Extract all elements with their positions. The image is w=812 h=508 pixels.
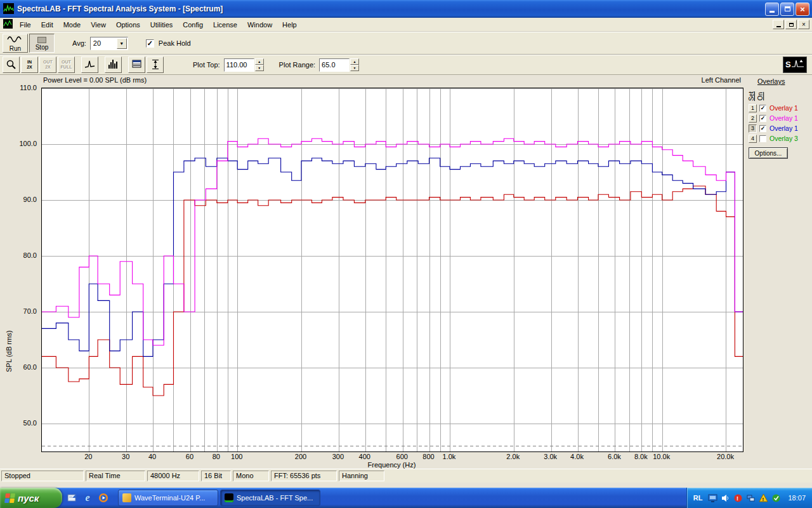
status-samplerate: 48000 Hz [147, 471, 199, 481]
chevron-down-icon[interactable]: ▼ [117, 38, 127, 49]
menu-help[interactable]: Help [277, 21, 302, 29]
y-tick-label: 90.0 [0, 196, 37, 203]
zoom-in-2x-button[interactable]: IN 2X [21, 57, 38, 73]
overlay-set-button-1[interactable]: 1 [749, 104, 757, 112]
menu-license[interactable]: License [208, 21, 242, 29]
quicklaunch-player-icon[interactable] [98, 492, 109, 504]
y-axis-labels: 110.0100.090.080.070.060.050.0 [0, 75, 39, 469]
task-label: WaveTerminal-U24 P... [134, 494, 205, 502]
mdi-minimize-button[interactable] [773, 20, 784, 29]
y-tick-label: 80.0 [0, 251, 37, 259]
x-tick-label: 4.0k [561, 453, 593, 460]
overlay-set-button-4[interactable]: 4 [749, 135, 757, 143]
menu-utilities[interactable]: Utilities [145, 21, 178, 29]
menu-window[interactable]: Window [242, 21, 277, 29]
start-label: пуск [18, 493, 39, 504]
peak-curve-icon [84, 59, 96, 71]
power-level-readout: Power Level = 0.00 SPL (dB rms) [43, 76, 147, 84]
spin-down-icon[interactable]: ▼ [255, 65, 264, 71]
taskbar-task-2[interactable]: SpectraLAB - FFT Spe... [220, 490, 320, 506]
overlay-row: 1✓Overlay 1 [749, 103, 798, 113]
overlay-on-checkbox-3[interactable]: ✓ [759, 125, 766, 132]
menu-bar: FileEditModeViewOptionsUtilitiesConfigLi… [0, 18, 812, 32]
menu-config[interactable]: Config [178, 21, 208, 29]
tray-icon-display[interactable] [708, 493, 717, 503]
data-window-icon [132, 60, 142, 70]
task-label: SpectraLAB - FFT Spe... [237, 494, 313, 502]
start-button[interactable]: пуск [0, 488, 62, 508]
on-column-label: On [757, 92, 764, 100]
status-fft: FFT: 65536 pts [271, 471, 337, 481]
y-tick-label: 60.0 [0, 363, 37, 371]
tray-icon-security[interactable]: ! [733, 493, 743, 503]
overlay-on-checkbox-4[interactable] [759, 135, 766, 142]
overlay-set-button-3[interactable]: 3 [749, 124, 757, 133]
taskbar-task-1[interactable]: WaveTerminal-U24 P... [118, 490, 218, 506]
bar-display-button[interactable] [105, 57, 122, 73]
overlays-title: Overlays [757, 77, 812, 85]
run-button[interactable]: Run [3, 34, 28, 53]
zoom-tool-button[interactable] [3, 57, 20, 73]
spin-down-icon[interactable]: ▼ [350, 65, 359, 71]
stop-icon [37, 37, 46, 43]
plot-top-label: Plot Top: [193, 61, 220, 69]
menu-file[interactable]: File [15, 21, 36, 29]
overlay-label: Overlay 1 [769, 114, 798, 122]
zoom-out-full-button[interactable]: OUT FULL [58, 57, 75, 73]
x-tick-label: 400 [349, 453, 381, 460]
overlay-label: Overlay 1 [769, 124, 798, 132]
vertical-scale-button[interactable] [147, 57, 164, 73]
spectrum-trace [42, 186, 743, 396]
spectrum-plot[interactable] [41, 88, 743, 452]
language-indicator[interactable]: RL [693, 494, 703, 502]
overlay-on-checkbox-1[interactable]: ✓ [759, 105, 766, 112]
overlay-row: 3✓Overlay 1 [749, 123, 798, 133]
channel-label: Left Channel [702, 76, 741, 84]
status-channels: Mono [233, 471, 269, 481]
menu-view[interactable]: View [86, 21, 111, 29]
menu-options[interactable]: Options [111, 21, 145, 29]
tray-icon-volume[interactable] [721, 493, 730, 503]
svg-text:S: S [785, 60, 791, 69]
close-button[interactable]: × [796, 3, 809, 16]
spin-up-icon[interactable]: ▲ [350, 58, 359, 65]
stop-button[interactable]: Stop [29, 34, 55, 53]
overlay-on-checkbox-2[interactable]: ✓ [759, 115, 766, 122]
y-tick-label: 50.0 [0, 419, 37, 427]
run-label: Run [10, 45, 21, 52]
plot-toolbar: IN 2X OUT 2X OUT FULL [0, 55, 812, 75]
tray-icon-network[interactable] [746, 493, 756, 503]
application-window: SpectraLAB - FFT Spectral Analysis Syste… [0, 0, 812, 508]
taskbar: пуск e WaveTerminal-U24 P...SpectraLAB -… [0, 488, 812, 508]
mdi-restore-button[interactable] [785, 20, 797, 29]
avg-select[interactable]: 20 ▼ [90, 37, 128, 50]
menu-mode[interactable]: Mode [58, 21, 86, 29]
peak-curve-button[interactable] [81, 57, 98, 73]
document-icon [3, 19, 13, 30]
tray-icon-antivirus[interactable] [771, 493, 781, 503]
plot-top-input[interactable] [224, 58, 254, 72]
data-window-button[interactable] [128, 57, 145, 73]
windows-logo-icon [4, 493, 15, 503]
quicklaunch-ie-icon[interactable]: e [82, 492, 93, 504]
overlay-set-button-2[interactable]: 2 [749, 114, 757, 123]
tray-icon-update[interactable]: ! [759, 493, 768, 503]
x-tick-label: 20 [72, 453, 104, 460]
svg-text:!: ! [737, 495, 738, 502]
peak-hold-checkbox[interactable]: ✓ [146, 39, 154, 48]
signal-generator-button[interactable]: S [783, 57, 807, 73]
vertical-scale-icon [150, 59, 160, 71]
plot-range-input[interactable] [319, 58, 350, 72]
minimize-button[interactable] [765, 3, 779, 16]
menu-edit[interactable]: Edit [36, 21, 58, 29]
quicklaunch-show-desktop-icon[interactable] [66, 492, 77, 504]
avg-label: Avg: [72, 39, 86, 47]
spin-up-icon[interactable]: ▲ [255, 58, 264, 65]
x-tick-label: 200 [285, 453, 317, 460]
x-tick-label: 1.0k [433, 453, 465, 460]
histogram-icon [108, 59, 119, 70]
overlay-options-button[interactable]: Options... [749, 147, 788, 159]
restore-button[interactable] [780, 3, 794, 16]
zoom-out-2x-button[interactable]: OUT 2X [39, 57, 56, 73]
mdi-close-button[interactable]: × [798, 20, 809, 29]
